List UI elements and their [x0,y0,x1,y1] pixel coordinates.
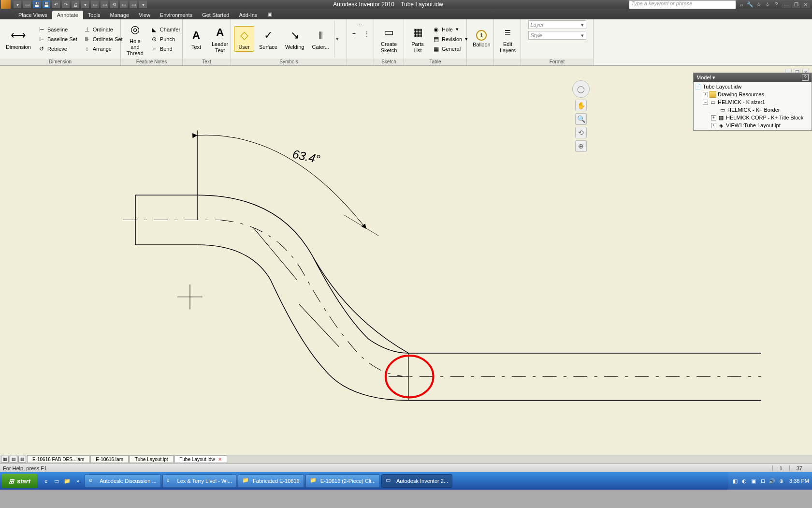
doc-tab-2[interactable]: Tube Layout.ipt [130,455,174,463]
clock[interactable]: 3:38 PM [789,478,809,484]
tray-2-icon[interactable]: ◐ [740,477,748,485]
edit-layers-button[interactable]: ≡Edit Layers [497,24,519,54]
symbols-expand[interactable]: ▾ [334,20,341,58]
tray-5-icon[interactable]: 🔊 [768,477,776,485]
binoculars-icon[interactable]: ⌕ [738,0,745,8]
ql-more-icon[interactable]: » [73,475,83,487]
tray-6-icon[interactable]: ⊕ [777,477,785,485]
tree-sheet[interactable]: HELMICK - K size:1 [718,99,765,105]
task-e10616[interactable]: 📁E-10616 (2-Piece) Cli... [305,474,380,488]
dimension-button[interactable]: ⟷ Dimension [3,27,34,51]
centerline-button[interactable]: ⋮ [361,30,373,38]
ordinate-button[interactable]: ⊥Ordinate [81,25,125,34]
baseline-button[interactable]: ⊢Baseline [36,25,79,34]
tab-get-started[interactable]: Get Started [197,11,234,19]
qat-save-icon[interactable]: 💾 [33,0,41,8]
qat-open-icon[interactable]: ▭ [23,0,31,8]
task-fabricated[interactable]: 📁Fabricated E-10616 [238,474,304,488]
point-button[interactable]: -- [355,20,366,29]
qat-misc1-icon[interactable]: ▭ [91,0,99,8]
surface-button[interactable]: ✓Surface [256,27,280,51]
doc-tab-3[interactable]: Tube Layout.idw✕ [174,455,227,463]
bend-button[interactable]: ⌐Bend [148,45,182,53]
chamfer-button[interactable]: ◣Chamfer [148,25,182,34]
zoom-icon[interactable]: 🔍 [575,113,587,125]
search-input[interactable]: Type a keyword or phrase [629,0,736,9]
tray-1-icon[interactable]: ◧ [731,477,739,485]
qat-misc4-icon[interactable]: ▭ [120,0,128,8]
star-icon[interactable]: ☆ [755,0,763,8]
qat-print-icon[interactable]: 🖨 [72,0,79,8]
minimize-button[interactable]: — [782,1,791,8]
key-icon[interactable]: 🔧 [746,0,754,8]
model-panel-help[interactable]: ? [802,74,809,81]
doc-tab-1[interactable]: E-10616.iam [90,455,129,463]
viewcube-icon[interactable]: ◯ [572,80,590,98]
punch-button[interactable]: ⊙Punch [148,35,182,44]
qat-more-icon[interactable]: ▾ [139,0,147,8]
model-tree[interactable]: 📄Tube Layout.idw +Drawing Resources −▭HE… [694,82,812,130]
tab-add-ins[interactable]: Add-Ins [234,11,262,19]
view-mode-2[interactable]: ▤ [10,456,17,463]
hole-table-button[interactable]: ◉Hole▾ [430,25,470,34]
close-doc-icon[interactable]: ✕ [218,457,222,462]
start-button[interactable]: ⊞start [2,474,37,488]
drawing-canvas[interactable]: — ❐ ✕ [0,66,812,463]
general-button[interactable]: ▦General [430,45,470,53]
zoom-all-icon[interactable]: ⊕ [575,140,587,152]
qat-undo-icon[interactable]: ↶ [52,0,60,8]
tray-3-icon[interactable]: ▣ [750,477,757,485]
tab-manage[interactable]: Manage [105,11,134,19]
tab-tools[interactable]: Tools [83,11,105,19]
layer-dropdown[interactable]: Layer [528,20,586,29]
ql-explorer-icon[interactable]: 📁 [62,475,72,487]
revision-button[interactable]: ▤Revision▾ [430,35,470,44]
ordinate-set-button[interactable]: ⊪Ordinate Set [81,35,125,44]
task-inventor[interactable]: ▭Autodesk Inventor 2... [381,474,452,488]
center-mark-button[interactable]: + [348,30,360,38]
view-mode-1[interactable]: ▦ [1,456,9,463]
orbit-icon[interactable]: ⟲ [575,127,587,138]
tree-border[interactable]: HELMICK - K+ Border [727,107,780,113]
qat-misc5-icon[interactable]: ▭ [130,0,137,8]
retrieve-button[interactable]: ↺Retrieve [36,45,79,53]
qat-misc2-icon[interactable]: ▭ [101,0,108,8]
balloon-button[interactable]: 1Balloon [470,29,493,48]
tree-view1[interactable]: VIEW1:Tube Layout.ipt [726,122,781,128]
tab-annotate[interactable]: Annotate [52,11,83,19]
tree-titleblock[interactable]: HELMICK CORP - K+ Title Block [726,115,803,120]
app-icon[interactable] [1,0,11,9]
tab-view[interactable]: View [134,11,155,19]
text-button[interactable]: AText [186,27,207,51]
caterpillar-button[interactable]: ⦀Cater... [309,27,332,51]
task-autodesk-discussion[interactable]: eAutodesk: Discussion ... [85,474,160,488]
close-button[interactable]: ✕ [801,1,810,8]
tray-4-icon[interactable]: ⊡ [759,477,767,485]
qat-misc3-icon[interactable]: ⟲ [110,0,118,8]
welding-button[interactable]: ↘Welding [282,27,307,51]
star2-icon[interactable]: ☆ [764,0,771,8]
ql-ie-icon[interactable]: e [41,475,51,487]
help-icon[interactable]: ? [772,0,780,8]
user-symbol-button[interactable]: ◇User [234,26,254,51]
tab-place-views[interactable]: Place Views [14,11,52,19]
task-lex-terry[interactable]: eLex & Terry Live! - Wi... [162,474,237,488]
qat-save2-icon[interactable]: 💾 [43,0,50,8]
ribbon-help-icon[interactable]: ▣ [266,10,274,18]
qat-new-icon[interactable]: ▾ [14,0,21,8]
tree-drawing-resources[interactable]: Drawing Resources [718,91,764,97]
pan-icon[interactable]: ✋ [575,100,587,111]
leader-text-button[interactable]: ALeader Text [209,24,231,54]
hole-thread-button[interactable]: ◎ Hole and Thread [124,21,146,57]
create-sketch-button[interactable]: ▭Create Sketch [377,24,401,54]
baseline-set-button[interactable]: ⊩Baseline Set [36,35,79,44]
view-mode-3[interactable]: ▥ [18,456,26,463]
restore-button[interactable]: ❐ [792,1,800,8]
style-dropdown[interactable]: Style [528,31,586,40]
ql-desktop-icon[interactable]: ▭ [52,475,61,487]
tab-environments[interactable]: Environments [155,11,197,19]
parts-list-button[interactable]: ▦Parts List [407,24,428,54]
doc-tab-0[interactable]: E-10616 FAB DES...iam [27,455,89,463]
qat-redo-icon[interactable]: ↷ [62,0,70,8]
arrange-button[interactable]: ↕Arrange [81,45,125,53]
